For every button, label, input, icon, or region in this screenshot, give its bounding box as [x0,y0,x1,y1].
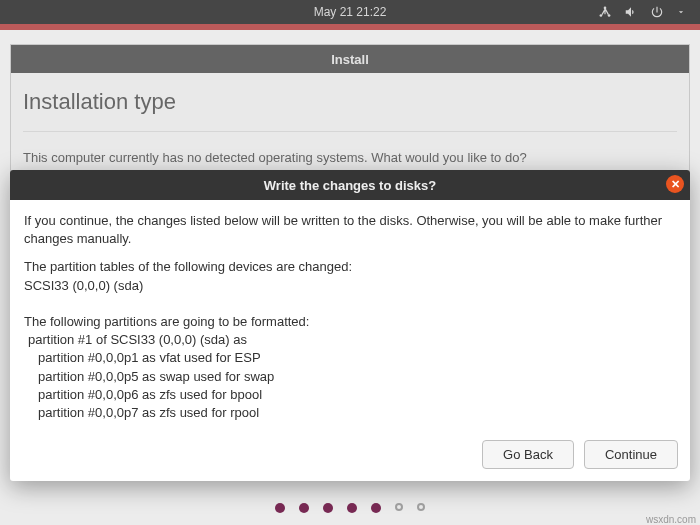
go-back-button[interactable]: Go Back [482,440,574,469]
close-icon: ✕ [671,178,680,191]
dialog-body: If you continue, the changes listed belo… [10,200,690,432]
tables-heading: The partition tables of the following de… [24,258,676,276]
dialog-titlebar: Write the changes to disks? ✕ [10,170,690,200]
format-line: partition #0,0,0p7 as zfs used for rpool [24,404,676,422]
dialog-footer: Go Back Continue [10,432,690,481]
watermark: wsxdn.com [646,514,696,525]
format-line: partition #0,0,0p6 as zfs used for bpool [24,386,676,404]
step-dot [323,503,333,513]
step-dot [417,503,425,511]
format-heading: The following partitions are going to be… [24,313,676,331]
dialog-intro: If you continue, the changes listed belo… [24,212,676,248]
confirm-dialog: Write the changes to disks? ✕ If you con… [10,170,690,481]
step-dot [371,503,381,513]
step-dot [299,503,309,513]
format-line: partition #0,0,0p5 as swap used for swap [24,368,676,386]
step-dot [347,503,357,513]
format-line: partition #0,0,0p1 as vfat used for ESP [24,349,676,367]
continue-button[interactable]: Continue [584,440,678,469]
step-indicator [0,503,700,513]
format-line: partition #1 of SCSI33 (0,0,0) (sda) as [24,331,676,349]
close-button[interactable]: ✕ [666,175,684,193]
dialog-title: Write the changes to disks? [264,178,436,193]
step-dot [275,503,285,513]
step-dot [395,503,403,511]
device-line: SCSI33 (0,0,0) (sda) [24,277,676,295]
